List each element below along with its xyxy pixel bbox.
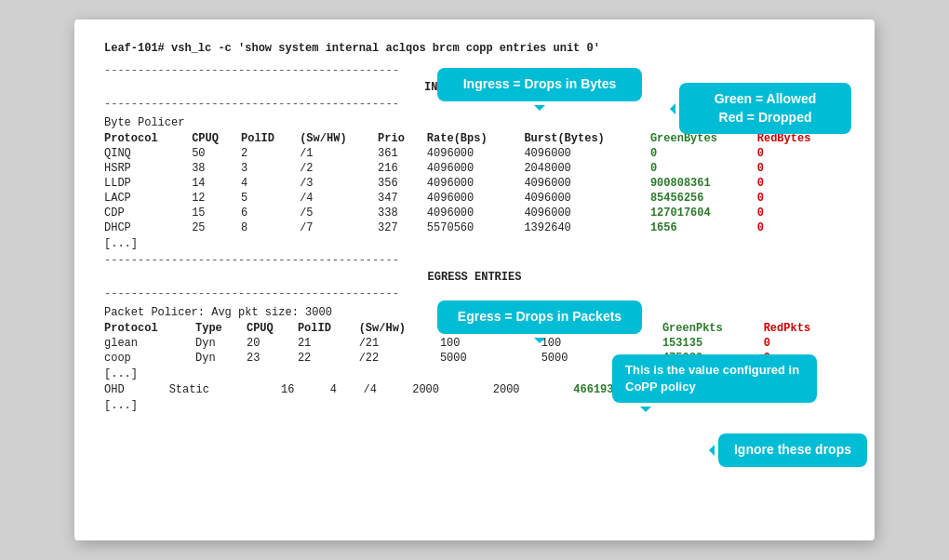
- ingress-col-burst: Burst(Bytes): [524, 131, 650, 146]
- callout-ignore-drops: Ignore these drops: [718, 433, 867, 467]
- egress-col-cpuq: CPUQ: [247, 321, 298, 336]
- table-row: CDP156/5338409600040960001270176040: [104, 206, 845, 220]
- table-row: QINQ502/13614096000409600000: [104, 146, 845, 161]
- ellipsis-1: [...]: [104, 237, 845, 250]
- divider-4: ----------------------------------------…: [104, 287, 845, 300]
- egress-col-type: Type: [195, 321, 247, 336]
- ingress-col-rate: Rate(Bps): [427, 131, 525, 146]
- callout-egress-drops: Egress = Drops in Packets: [437, 300, 642, 334]
- ingress-col-prio: Prio: [378, 131, 427, 146]
- egress-col-protocol: Protocol: [104, 321, 195, 336]
- ingress-col-polid: PolID: [241, 131, 300, 146]
- egress-col-swhw: (Sw/Hw): [359, 321, 440, 336]
- callout-copp-policy: This is the value configured in CoPP pol…: [612, 354, 817, 403]
- callout-ingress-drops: Ingress = Drops in Bytes: [437, 68, 642, 101]
- ingress-table: Protocol CPUQ PolID (Sw/HW) Prio Rate(Bp…: [104, 131, 845, 235]
- egress-col-redpkts: RedPkts: [764, 321, 845, 336]
- main-card: Leaf-101# vsh_lc -c 'show system interna…: [74, 20, 875, 540]
- ingress-col-swhw: (Sw/HW): [300, 131, 378, 146]
- egress-col-greenpkts: GreenPkts: [662, 321, 764, 336]
- table-row: DHCP258/73275570560139264016560: [104, 220, 845, 235]
- ingress-col-cpuq: CPUQ: [192, 131, 241, 146]
- table-row: HSRP383/22164096000204800000: [104, 161, 845, 176]
- ingress-col-protocol: Protocol: [104, 131, 192, 146]
- table-row: LACP125/434740960004096000854562560: [104, 191, 845, 206]
- command-line: Leaf-101# vsh_lc -c 'show system interna…: [104, 42, 845, 55]
- callout-green-red-text: Green = AllowedRed = Dropped: [715, 91, 817, 125]
- callout-green-red: Green = AllowedRed = Dropped: [679, 83, 851, 134]
- egress-section-title: EGRESS ENTRIES: [104, 271, 845, 284]
- divider-3: ----------------------------------------…: [104, 254, 845, 267]
- table-row: LLDP144/3356409600040960009008083610: [104, 176, 845, 191]
- table-row: gleanDyn2021/211001001531350: [104, 336, 845, 351]
- egress-col-polid: PolID: [298, 321, 359, 336]
